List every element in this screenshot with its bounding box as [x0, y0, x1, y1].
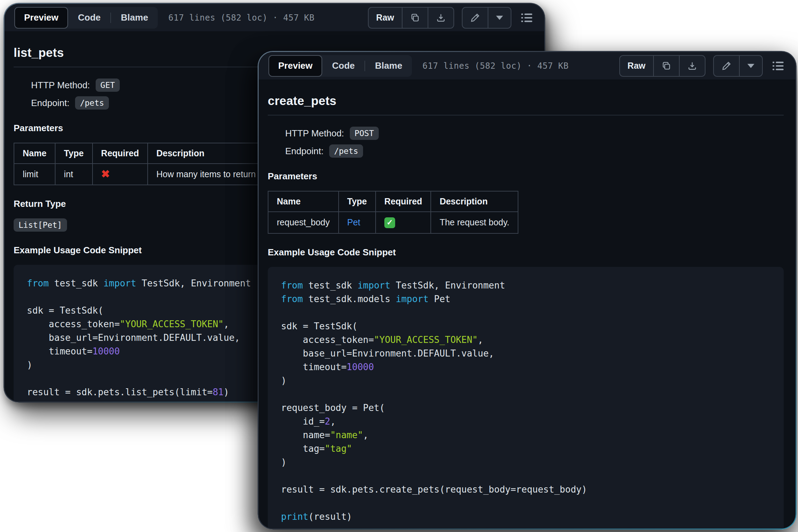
- param-description-cell: The request body.: [431, 212, 518, 233]
- code-line: [281, 469, 770, 483]
- view-switcher: Preview Code Blame: [268, 55, 412, 77]
- table-row: limitint✖How many items to return: [14, 164, 265, 185]
- download-icon: [687, 61, 697, 71]
- code-line: print(result): [281, 510, 770, 524]
- endpoint-label: Endpoint:: [31, 98, 69, 108]
- http-method-label: HTTP Method:: [285, 128, 344, 139]
- param-type-cell: Pet: [339, 212, 376, 233]
- toolbar-actions: Raw: [368, 7, 534, 29]
- column-header: Name: [14, 143, 55, 164]
- code-line: access_token="YOUR_ACCESS_TOKEN",: [281, 333, 770, 347]
- download-button[interactable]: [679, 56, 705, 76]
- file-toolbar: Preview Code Blame 617 lines (582 loc) ·…: [259, 52, 796, 80]
- download-button[interactable]: [428, 8, 453, 28]
- tab-preview[interactable]: Preview: [14, 7, 68, 29]
- http-method-line: HTTP Method: POST: [285, 127, 784, 140]
- code-line: from test_sdk import TestSdk, Environmen…: [281, 279, 770, 292]
- table-row: request_bodyPet✓The request body.: [268, 212, 518, 233]
- title-divider: [268, 115, 784, 115]
- create-pets-window-surface: Preview Code Blame 617 lines (582 loc) ·…: [259, 52, 796, 529]
- raw-button[interactable]: Raw: [369, 8, 402, 28]
- edit-button-group: [462, 7, 511, 29]
- endpoint-label: Endpoint:: [285, 146, 324, 157]
- download-icon: [436, 13, 446, 23]
- view-switcher: Preview Code Blame: [14, 7, 158, 29]
- raw-button-group: Raw: [619, 55, 705, 77]
- tab-code[interactable]: Code: [322, 55, 364, 77]
- param-name-cell: request_body: [268, 212, 339, 233]
- http-method-badge: POST: [350, 127, 379, 140]
- required-check-icon: ✓: [384, 217, 395, 228]
- code-snippet: from test_sdk import TestSdk, Environmen…: [268, 267, 784, 529]
- param-name-cell: limit: [14, 164, 55, 185]
- table-header-row: NameTypeRequiredDescription: [14, 143, 265, 164]
- file-info: 617 lines (582 loc) · 457 KB: [422, 61, 569, 71]
- endpoint-meta: HTTP Method: POST Endpoint: /pets: [285, 127, 784, 158]
- caret-down-icon: [747, 64, 754, 68]
- markdown-preview: create_pets HTTP Method: POST Endpoint: …: [259, 94, 796, 529]
- tab-code[interactable]: Code: [68, 7, 110, 29]
- code-line: ): [281, 456, 770, 469]
- outline-button[interactable]: [770, 60, 786, 72]
- edit-button-group: [713, 55, 763, 77]
- create-pets-window: Preview Code Blame 617 lines (582 loc) ·…: [258, 51, 797, 530]
- not-required-cross-icon: ✖: [101, 168, 110, 180]
- copy-button[interactable]: [402, 8, 428, 28]
- param-required-cell: ✖: [93, 164, 148, 185]
- code-line: name="name",: [281, 428, 770, 442]
- column-header: Required: [93, 143, 148, 164]
- param-required-cell: ✓: [376, 212, 431, 233]
- code-line: request_body = Pet(: [281, 401, 770, 415]
- edit-button[interactable]: [463, 8, 488, 28]
- code-line: result = sdk.pets.create_pets(request_bo…: [281, 483, 770, 496]
- code-line: [281, 306, 770, 320]
- outline-button[interactable]: [519, 12, 534, 24]
- edit-dropdown-button[interactable]: [739, 56, 762, 76]
- http-method-label: HTTP Method:: [31, 80, 90, 91]
- column-header: Name: [268, 191, 339, 212]
- caret-down-icon: [496, 16, 503, 20]
- raw-button[interactable]: Raw: [620, 56, 653, 76]
- copy-icon: [662, 61, 671, 71]
- toolbar-actions: Raw: [619, 55, 786, 77]
- return-type-badge: List[Pet]: [14, 218, 67, 232]
- page-title: create_pets: [268, 94, 784, 108]
- raw-button-group: Raw: [368, 7, 454, 29]
- file-info: 617 lines (582 loc) · 457 KB: [168, 13, 315, 23]
- edit-dropdown-button[interactable]: [488, 8, 511, 28]
- column-header: Type: [55, 143, 93, 164]
- endpoint-badge: /pets: [75, 96, 109, 110]
- column-header: Required: [376, 191, 431, 212]
- column-header: Type: [339, 191, 376, 212]
- code-line: [281, 496, 770, 510]
- edit-button[interactable]: [714, 56, 739, 76]
- param-type-cell: int: [55, 164, 93, 185]
- outline-icon: [772, 60, 784, 72]
- pencil-icon: [470, 13, 480, 23]
- param-description-cell: How many items to return: [148, 164, 265, 185]
- example-heading: Example Usage Code Snippet: [268, 247, 784, 258]
- tab-blame[interactable]: Blame: [365, 55, 412, 77]
- parameters-table: NameTypeRequiredDescription limitint✖How…: [14, 143, 265, 185]
- type-text: int: [64, 169, 73, 179]
- type-link[interactable]: Pet: [347, 217, 361, 227]
- copy-icon: [410, 13, 420, 23]
- column-header: Description: [148, 143, 265, 164]
- code-line: id_=2,: [281, 415, 770, 428]
- code-line: [281, 388, 770, 401]
- endpoint-line: Endpoint: /pets: [285, 144, 784, 158]
- endpoint-badge: /pets: [329, 144, 363, 158]
- file-toolbar: Preview Code Blame 617 lines (582 loc) ·…: [5, 4, 544, 32]
- copy-button[interactable]: [653, 56, 679, 76]
- code-line: from test_sdk.models import Pet: [281, 292, 770, 306]
- code-line: timeout=10000: [281, 360, 770, 374]
- parameters-table: NameTypeRequiredDescription request_body…: [268, 191, 518, 234]
- http-method-badge: GET: [96, 78, 120, 92]
- parameters-heading: Parameters: [268, 171, 784, 182]
- code-line: tag="tag": [281, 442, 770, 456]
- tab-preview[interactable]: Preview: [268, 55, 322, 77]
- outline-icon: [520, 12, 533, 24]
- tab-blame[interactable]: Blame: [111, 7, 158, 29]
- table-header-row: NameTypeRequiredDescription: [268, 191, 518, 212]
- column-header: Description: [431, 191, 518, 212]
